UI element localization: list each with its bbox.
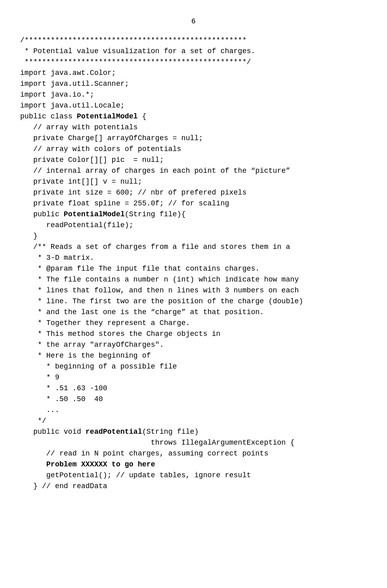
code-line: import java.util.Locale; (20, 100, 367, 111)
code-line: /***************************************… (20, 35, 367, 46)
code-line: private float spline = 255.0f; // for sc… (20, 198, 367, 209)
bold-keyword: Problem XXXXXX to go here (46, 460, 155, 468)
code-line: import java.awt.Color; (20, 68, 367, 79)
code-line: * Together they represent a Charge. (20, 318, 367, 329)
code-line: * .50 .50 40 (20, 394, 367, 405)
code-line: public void readPotential(String file) (20, 427, 367, 437)
code-line: * line. The first two are the position o… (20, 296, 367, 307)
code-line: * the array "arrayOfCharges". (20, 340, 367, 350)
code-line: * and the last one is the “charge” at th… (20, 307, 367, 318)
code-line: ... (20, 405, 367, 416)
bold-keyword: readPotential (85, 428, 142, 436)
page-number: 6 (20, 16, 367, 27)
code-line: /** Reads a set of charges from a file a… (20, 242, 367, 253)
code-line: */ (20, 416, 367, 427)
code-line: private Color[][] pic = null; (20, 155, 367, 166)
code-line: Problem XXXXXX to go here (20, 459, 367, 470)
code-line: // array with colors of potentials (20, 144, 367, 155)
code-line: readPotential(file); (20, 220, 367, 231)
code-line: // internal array of charges in each poi… (20, 166, 367, 176)
code-line: * 9 (20, 372, 367, 383)
bold-keyword: PotentialModel (64, 210, 125, 218)
code-line: public class PotentialModel { (20, 111, 367, 122)
code-line: private int[][] v = null; (20, 176, 367, 187)
code-line: throws IllegalArgumentException { (20, 437, 367, 448)
code-line: * This method stores the Charge objects … (20, 329, 367, 340)
code-line: } (20, 231, 367, 242)
code-line: ****************************************… (20, 57, 367, 68)
code-line: * beginning of a possible file (20, 361, 367, 372)
code-line: * lines that follow, and then n lines wi… (20, 285, 367, 296)
code-line: * The file contains a number n (int) whi… (20, 274, 367, 285)
bold-keyword: PotentialModel (77, 112, 137, 120)
code-line: * Potential value visualization for a se… (20, 46, 367, 57)
code-block: /***************************************… (20, 35, 367, 492)
code-line: import java.io.*; (20, 89, 367, 100)
code-line: * @param file The input file that contai… (20, 263, 367, 274)
code-line: * 3-D matrix. (20, 253, 367, 263)
code-line: // read in N point charges, assuming cor… (20, 448, 367, 459)
code-line: import java.util.Scanner; (20, 79, 367, 89)
code-line: private Charge[] arrayOfCharges = null; (20, 133, 367, 144)
code-line: * Here is the beginning of (20, 350, 367, 361)
code-line: } // end readData (20, 481, 367, 492)
code-line: * .51 .63 -100 (20, 383, 367, 394)
code-line: public PotentialModel(String file){ (20, 209, 367, 220)
code-line: private int size = 600; // nbr of prefer… (20, 187, 367, 198)
code-line: // array with potentials (20, 122, 367, 133)
code-line: getPotential(); // update tables, ignore… (20, 470, 367, 481)
